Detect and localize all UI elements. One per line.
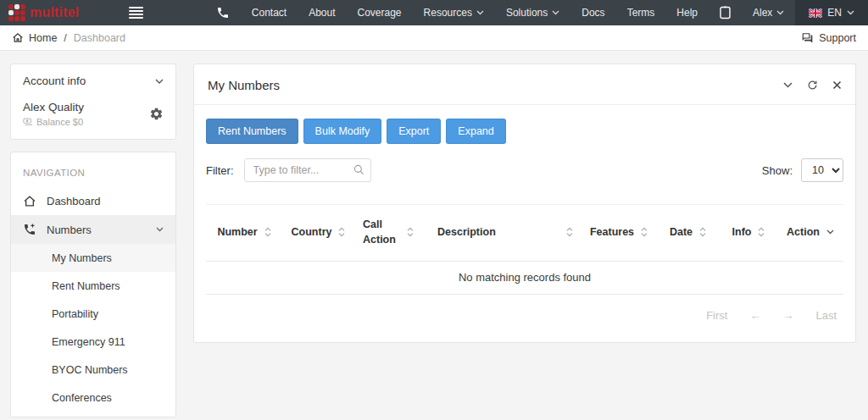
page-content: Account info Alex Quality Balance $0 (0, 51, 868, 417)
chevron-down-icon (776, 10, 784, 15)
filter-row: Filter: Show: 10 (206, 158, 843, 182)
sort-icon (566, 227, 573, 237)
pagination-next-arrow[interactable]: → (782, 309, 793, 322)
uk-flag-icon (809, 8, 822, 18)
rent-numbers-button[interactable]: Rent Numbers (206, 119, 298, 144)
breadcrumb-home[interactable]: Home (12, 32, 57, 44)
chevron-down-icon (847, 10, 854, 15)
account-info-toggle[interactable]: Account info (23, 75, 164, 87)
top-bar: multitel Contact About Coverage Resource… (0, 0, 868, 25)
chat-bubbles-icon (801, 32, 814, 44)
bulk-modify-button[interactable]: Bulk Modify (303, 119, 382, 144)
sidebar-subitem-byoc-numbers[interactable]: BYOC Numbers (11, 356, 175, 384)
breadcrumb-separator: / (64, 32, 66, 44)
sort-icon (338, 227, 345, 237)
account-info-card: Account info Alex Quality Balance $0 (10, 64, 176, 140)
nav-item-coverage[interactable]: Coverage (347, 0, 413, 25)
main-area: My Numbers Rent Numbers Bulk Modify Expo… (193, 64, 856, 417)
pagination-first[interactable]: First (706, 309, 727, 322)
phone-icon[interactable] (205, 0, 241, 25)
close-icon[interactable] (832, 80, 842, 90)
settings-gear-icon[interactable] (149, 107, 164, 121)
user-menu[interactable]: Alex (742, 0, 795, 25)
sort-icon (407, 227, 414, 237)
column-header-action[interactable]: Action (777, 205, 843, 262)
sidebar-item-dashboard[interactable]: Dashboard (11, 186, 175, 215)
table-header-row: Number Country Call Action Description F… (206, 205, 843, 262)
hamburger-menu-icon[interactable] (129, 7, 143, 19)
column-header-call-action[interactable]: Call Action (354, 205, 422, 262)
panel-title: My Numbers (208, 78, 280, 92)
account-name: Alex Quality (23, 101, 84, 113)
panel-header: My Numbers (194, 64, 855, 105)
home-icon (12, 32, 24, 43)
navigation-title: NAVIGATION (11, 164, 175, 186)
home-outline-icon (23, 195, 36, 207)
nav-item-resources[interactable]: Resources (413, 0, 495, 25)
brand-logo[interactable]: multitel (0, 4, 80, 21)
refresh-icon[interactable] (807, 80, 818, 91)
nav-item-docs[interactable]: Docs (570, 0, 615, 25)
chevron-down-icon (156, 227, 164, 232)
export-button[interactable]: Export (387, 119, 441, 144)
sidebar-subitem-rent-numbers[interactable]: Rent Numbers (11, 272, 175, 300)
nav-item-terms[interactable]: Terms (616, 0, 666, 25)
empty-state-row: No matching records found (206, 262, 843, 295)
chevron-down-icon (552, 10, 559, 15)
sidebar-subitem-emergency-911[interactable]: Emergency 911 (11, 328, 175, 356)
call-plus-icon (23, 223, 36, 236)
support-link[interactable]: Support (801, 32, 856, 44)
user-name: Alex (753, 7, 772, 19)
account-summary: Alex Quality Balance $0 (23, 101, 164, 127)
pagination: First ← → Last (206, 309, 843, 322)
mobile-app-icon[interactable] (709, 0, 742, 25)
filter-input[interactable] (244, 158, 371, 182)
numbers-table: Number Country Call Action Description F… (206, 204, 843, 295)
language-selector[interactable]: EN (795, 0, 868, 25)
sort-icon (758, 227, 765, 237)
show-wrap: Show: 10 (762, 158, 843, 182)
breadcrumb-bar: Home / Dashboard Support (0, 25, 868, 51)
nav-item-contact[interactable]: Contact (241, 0, 298, 25)
pagination-last[interactable]: Last (815, 309, 837, 322)
navigation-card: NAVIGATION Dashboard Numbers My Numbers … (10, 152, 176, 417)
brand-name: multitel (30, 5, 80, 20)
chevron-down-icon (826, 229, 834, 235)
sort-icon (264, 227, 271, 237)
filter-box (244, 158, 371, 182)
chevron-down-icon (476, 10, 484, 15)
banknotes-icon (23, 118, 33, 126)
sidebar-subitem-portability[interactable]: Portability (11, 300, 175, 328)
sidebar: Account info Alex Quality Balance $0 (10, 64, 176, 417)
panel-body: Rent Numbers Bulk Modify Export Expand F… (194, 105, 855, 342)
column-header-number[interactable]: Number (206, 205, 282, 262)
column-header-country[interactable]: Country (282, 205, 354, 262)
panel-tools (783, 80, 842, 91)
column-header-features[interactable]: Features (581, 205, 656, 262)
sort-icon (699, 227, 706, 237)
sort-icon (641, 227, 648, 237)
chevron-down-icon (155, 79, 164, 84)
column-header-info[interactable]: Info (720, 205, 777, 262)
brand-logo-icon (8, 4, 25, 21)
nav-item-about[interactable]: About (298, 0, 346, 25)
show-select[interactable]: 10 (801, 158, 843, 182)
language-code: EN (827, 7, 842, 19)
expand-button[interactable]: Expand (446, 119, 505, 144)
breadcrumb-current: Dashboard (74, 32, 125, 44)
top-nav: Contact About Coverage Resources Solutio… (205, 0, 868, 25)
filter-label: Filter: (206, 164, 234, 177)
pagination-prev-arrow[interactable]: ← (749, 309, 760, 322)
collapse-chevron-icon[interactable] (783, 82, 793, 88)
nav-item-solutions[interactable]: Solutions (495, 0, 570, 25)
account-balance: Balance $0 (23, 117, 84, 127)
column-header-description[interactable]: Description (422, 205, 581, 262)
action-buttons: Rent Numbers Bulk Modify Export Expand (206, 119, 843, 144)
sidebar-item-numbers[interactable]: Numbers (11, 215, 175, 244)
empty-state-message: No matching records found (206, 262, 843, 295)
nav-item-help[interactable]: Help (665, 0, 709, 25)
sidebar-subitem-conferences[interactable]: Conferences (11, 384, 175, 412)
sidebar-subitem-my-numbers[interactable]: My Numbers (11, 244, 175, 272)
column-header-date[interactable]: Date (656, 205, 720, 262)
show-label: Show: (762, 164, 793, 177)
